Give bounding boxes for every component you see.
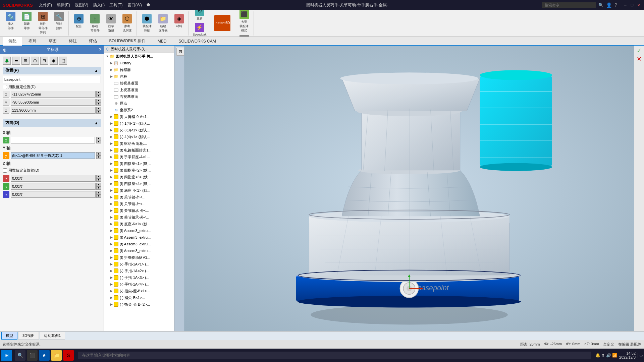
rot-y-up[interactable]: ▲ — [96, 183, 101, 186]
help-icon[interactable]: ? — [614, 2, 617, 8]
tab-solidworks-cam[interactable]: SOLIDWORKS CAM — [173, 37, 221, 45]
tree-item-part-7[interactable]: ▶ (f) 四指座<1> (默... — [104, 160, 174, 167]
tree-toggle-part-4[interactable]: ▶ — [109, 141, 113, 145]
menu-view[interactable]: 视图(V) — [73, 2, 90, 9]
tree-item-part-6[interactable]: ▶ (f) 手掌臂座-A<1... — [104, 154, 174, 160]
show-hide-button[interactable]: 👁 显示隐藏 — [104, 13, 118, 34]
rot-z-down[interactable]: ▼ — [96, 194, 101, 198]
tree-item-part-3[interactable]: ▶ (-) 4(4)<1> (默认... — [104, 133, 174, 140]
move-component-button[interactable]: ↕ 移动零部件 — [88, 13, 102, 34]
tree-toggle-part-6[interactable]: ▶ — [109, 155, 113, 159]
y-axis-down[interactable]: ▼ — [96, 156, 101, 159]
multi-body-button[interactable]: ⬡ 参考几何体 — [120, 13, 135, 34]
tree-toggle-part-12[interactable]: ▶ — [109, 195, 113, 199]
taskbar-search[interactable]: 🔍 — [15, 350, 25, 361]
tree-toggle-part-15[interactable]: ▶ — [109, 215, 113, 219]
y-coord-up[interactable]: ▲ — [96, 99, 101, 102]
tree-toggle-part-5[interactable]: ▶ — [109, 148, 113, 152]
tree-toggle-part-22[interactable]: ▶ — [109, 262, 113, 266]
rot-z-up[interactable]: ▲ — [96, 191, 101, 194]
viewport[interactable]: ⊡ 🔍 ⊞ ✋ ↻ ⬅ ⬢ ⚙ ◨ ⬜ ⬒ ⬓ ⊞ — [174, 46, 644, 331]
bottom-tab-model[interactable]: 模型 — [1, 332, 17, 340]
tree-item-part-28[interactable]: ▶ (-) 指尖-长-B<2>... — [104, 301, 174, 308]
tree-item-coord2[interactable]: ⊕ 坐标系2 — [104, 107, 174, 113]
rot-x-down[interactable]: ▼ — [96, 178, 101, 182]
tree-item-root[interactable]: ▼ 📁 因时机器人灵巧手-关... — [104, 53, 174, 60]
start-button[interactable]: ⊞ — [1, 350, 12, 361]
rot-y-down[interactable]: ▼ — [96, 186, 101, 190]
tree-item-front-plane[interactable]: 前视基准面 — [104, 80, 174, 86]
panel-view-filter[interactable]: ⊟ — [40, 57, 48, 65]
tree-item-part-12[interactable]: ▶ (f) 关节销-外<... — [104, 194, 174, 200]
taskbar-solidworks[interactable]: S — [63, 350, 74, 361]
tab-assemble[interactable]: 装配 — [3, 37, 22, 46]
tree-toggle-part-3[interactable]: ▶ — [109, 135, 113, 139]
menu-tools[interactable]: 工具(T) — [107, 2, 124, 9]
tree-item-part-0[interactable]: ▶ (f) 大拇指-0-A<1... — [104, 113, 174, 120]
tab-solidworks-addins[interactable]: SOLIDWORKS 插件 — [103, 37, 151, 45]
tree-item-part-8[interactable]: ▶ (f) 四指座<2> (默... — [104, 167, 174, 174]
panel-view-component[interactable]: ⬡ — [31, 57, 39, 65]
user-icon[interactable]: 👤 — [606, 2, 612, 8]
update-button[interactable]: ↻ 更新 — [192, 10, 207, 21]
tree-toggle-part-24[interactable]: ▶ — [109, 276, 113, 280]
taskbar-search-input[interactable] — [78, 352, 591, 359]
copy-array-button[interactable]: ⊞ 线性零部件阵列 — [36, 11, 50, 36]
tree-toggle-part-2[interactable]: ▶ — [109, 128, 113, 132]
tree-toggle-part-9[interactable]: ▶ — [109, 175, 113, 179]
taskbar-explorer[interactable]: 📁 — [51, 350, 62, 361]
tree-item-part-13[interactable]: ▶ (f) 关节销-外<... — [104, 200, 174, 207]
assem-settings-button[interactable]: ⚙ 配置设置 — [237, 34, 252, 37]
smart-fasteners-button[interactable]: 🔧 智能扣件 — [52, 11, 66, 36]
numeric-position-checkbox[interactable] — [3, 85, 7, 89]
tree-toggle-part-18[interactable]: ▶ — [109, 235, 113, 239]
tree-item-part-15[interactable]: ▶ (f) 关节轴承-外<... — [104, 214, 174, 221]
tree-toggle-annotation[interactable]: ▶ — [109, 74, 113, 78]
tree-toggle-part-23[interactable]: ▶ — [109, 269, 113, 273]
tree-item-annotation[interactable]: ▶ 📁 注释 — [104, 73, 174, 80]
x-axis-input[interactable] — [11, 137, 95, 143]
z-coord-input[interactable] — [11, 107, 96, 114]
taskbar-taskview[interactable]: ⬛ — [27, 350, 38, 361]
tree-toggle-part-13[interactable]: ▶ — [109, 202, 113, 206]
numeric-rotation-checkbox[interactable] — [3, 168, 7, 173]
tree-item-part-4[interactable]: ▶ (f) 驱动头 标配... — [104, 140, 174, 147]
tree-item-part-2[interactable]: ▶ (-) 3(3)<1> (默认... — [104, 127, 174, 133]
tree-item-origin[interactable]: ⊕ 原点 — [104, 100, 174, 107]
menu-bar[interactable]: 文件(F) 编辑(E) 视图(V) 插入(I) 工具(T) 窗口(W) ⬟ — [37, 2, 152, 9]
tree-item-top-plane[interactable]: 上视基准面 — [104, 86, 174, 93]
tree-item-part-19[interactable]: ▶ (f) Assem3_extru... — [104, 241, 174, 247]
rot-x-up[interactable]: ▲ — [96, 175, 101, 178]
x-coord-up[interactable]: ▲ — [96, 91, 101, 94]
restore-button[interactable]: ☐ — [629, 2, 635, 8]
position-input[interactable] — [3, 76, 101, 83]
tree-item-part-9[interactable]: ▶ (f) 四指座<3> (默... — [104, 174, 174, 180]
tab-evaluate[interactable]: 评估 — [83, 37, 103, 45]
tree-item-part-23[interactable]: ▶ (-) 手指-1A<2> (... — [104, 267, 174, 274]
menu-window[interactable]: 窗口(W) — [125, 2, 144, 9]
bottom-tab-3dview[interactable]: 3D视图 — [18, 332, 39, 340]
tree-item-part-11[interactable]: ▶ (f) 底座-4<1> (默... — [104, 187, 174, 194]
tree-item-part-22[interactable]: ▶ (-) 手指-1A<1> (... — [104, 261, 174, 267]
rot-x-input[interactable] — [11, 175, 96, 182]
tree-toggle-part-14[interactable]: ▶ — [109, 208, 113, 213]
z-coord-down[interactable]: ▼ — [96, 110, 101, 114]
tree-item-part-26[interactable]: ▶ (-) 指尖-腿-B<1>... — [104, 288, 174, 294]
tree-toggle-part-0[interactable]: ▶ — [109, 115, 113, 119]
new-part-button[interactable]: 📄 新建零件 — [19, 11, 34, 36]
y-axis-input[interactable] — [11, 152, 95, 159]
speedpak-button[interactable]: ⚡ Speedpak子装配 — [192, 22, 208, 37]
panel-help-icon[interactable]: ? — [99, 48, 101, 52]
reject-button[interactable]: ✕ — [637, 55, 642, 63]
rot-z-input[interactable] — [11, 191, 96, 198]
tree-item-part-24[interactable]: ▶ (-) 手指-1A<3> (... — [104, 274, 174, 281]
tree-item-part-21[interactable]: ▶ (f) 折叠驱动腿V3... — [104, 254, 174, 261]
search-icon[interactable]: 🔍 — [598, 3, 603, 7]
tree-item-part-18[interactable]: ▶ (f) Assem3_extru... — [104, 234, 174, 241]
x-axis-down[interactable]: ▼ — [96, 140, 101, 143]
direction-section-title[interactable]: 方向(O) ▲ — [3, 119, 101, 127]
tree-toggle-part-19[interactable]: ▶ — [109, 242, 113, 246]
instant3d-button[interactable]: Instant3D — [213, 14, 232, 33]
show-desktop[interactable]: ▭ — [638, 353, 643, 358]
tree-item-part-17[interactable]: ▶ (f) Assem3_extru... — [104, 227, 174, 234]
